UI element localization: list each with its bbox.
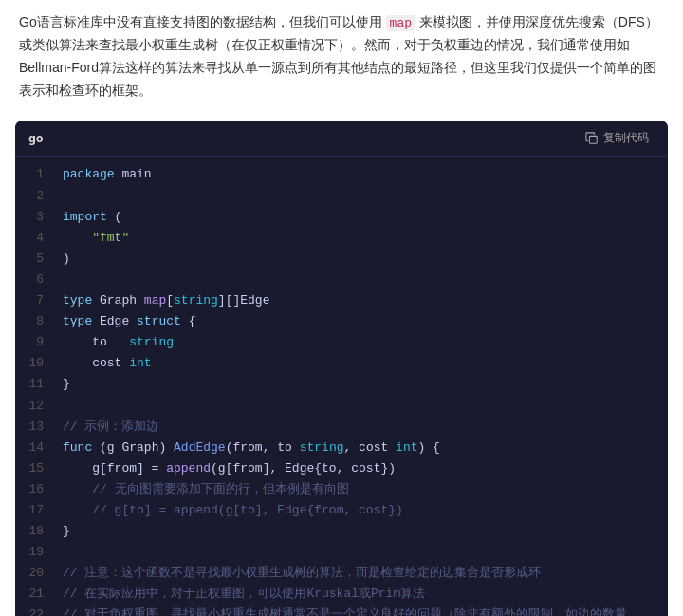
line-number: 10 <box>15 353 55 374</box>
copy-icon <box>585 132 599 145</box>
line-number: 17 <box>15 500 55 521</box>
line-number: 6 <box>15 270 55 290</box>
line-content: g[from] = append(g[from], Edge{to, cost}… <box>55 458 668 479</box>
table-row: 11} <box>15 374 668 395</box>
line-content: package main <box>55 164 668 185</box>
line-number: 20 <box>15 563 55 584</box>
line-content: // 示例：添加边 <box>55 417 668 438</box>
code-lines: 1package main2 3import (4 "fmt"5)6 7type… <box>15 164 668 616</box>
line-content: // 无向图需要添加下面的行，但本例是有向图 <box>55 479 668 500</box>
line-number: 8 <box>15 311 55 332</box>
code-header: go 复制代码 <box>15 121 668 157</box>
line-number: 16 <box>15 479 55 500</box>
table-row: 9 to string <box>15 332 668 353</box>
inline-code-map: map <box>386 15 415 31</box>
table-row: 13// 示例：添加边 <box>15 417 668 438</box>
line-content: import ( <box>55 207 668 228</box>
table-row: 16 // 无向图需要添加下面的行，但本例是有向图 <box>15 479 668 500</box>
line-number: 2 <box>15 186 55 207</box>
line-content <box>55 396 668 417</box>
line-number: 4 <box>15 228 55 249</box>
line-content: // g[to] = append(g[to], Edge{from, cost… <box>55 500 668 521</box>
line-number: 19 <box>15 542 55 563</box>
table-row: 21// 在实际应用中，对于正权重图，可以使用Kruskal或Prim算法 <box>15 584 668 605</box>
table-row: 19 <box>15 542 668 563</box>
line-number: 9 <box>15 332 55 353</box>
line-content: } <box>55 521 668 542</box>
code-language: go <box>28 131 44 145</box>
table-row: 15 g[from] = append(g[from], Edge{to, co… <box>15 458 668 479</box>
code-block: go 复制代码 1package main2 3import (4 "fmt"5… <box>15 121 668 616</box>
table-row: 22// 对于负权重图，寻找最小权重生成树通常不是一个定义良好的问题（除非有额外… <box>15 605 668 616</box>
code-body: 1package main2 3import (4 "fmt"5)6 7type… <box>15 157 668 616</box>
line-number: 21 <box>15 584 55 605</box>
line-number: 15 <box>15 458 55 479</box>
prose-text: Go语言标准库中没有直接支持图的数据结构，但我们可以使用 map 来模拟图，并使… <box>0 0 683 111</box>
line-content: // 在实际应用中，对于正权重图，可以使用Kruskal或Prim算法 <box>55 584 668 605</box>
table-row: 1package main <box>15 164 668 185</box>
table-row: 12 <box>15 396 668 417</box>
table-row: 2 <box>15 186 668 207</box>
line-number: 3 <box>15 207 55 228</box>
line-content: type Edge struct { <box>55 311 668 332</box>
line-content: } <box>55 374 668 395</box>
line-content: func (g Graph) AddEdge(from, to string, … <box>55 438 668 458</box>
line-number: 18 <box>15 521 55 542</box>
table-row: 20// 注意：这个函数不是寻找最小权重生成树的算法，而是检查给定的边集合是否形… <box>15 563 668 584</box>
table-row: 4 "fmt" <box>15 228 668 249</box>
table-row: 17 // g[to] = append(g[to], Edge{from, c… <box>15 500 668 521</box>
table-row: 6 <box>15 270 668 290</box>
table-row: 18} <box>15 521 668 542</box>
line-content: type Graph map[string][]Edge <box>55 290 668 311</box>
line-number: 12 <box>15 396 55 417</box>
line-content: to string <box>55 332 668 353</box>
line-number: 13 <box>15 417 55 438</box>
copy-label: 复制代码 <box>603 130 649 146</box>
line-number: 14 <box>15 438 55 458</box>
line-number: 5 <box>15 249 55 270</box>
table-row: 10 cost int <box>15 353 668 374</box>
svg-rect-0 <box>589 136 597 143</box>
line-content: ) <box>55 249 668 270</box>
line-content <box>55 542 668 563</box>
table-row: 14func (g Graph) AddEdge(from, to string… <box>15 438 668 458</box>
table-row: 8type Edge struct { <box>15 311 668 332</box>
line-number: 7 <box>15 290 55 311</box>
copy-button[interactable]: 复制代码 <box>580 128 655 148</box>
line-content <box>55 270 668 290</box>
table-row: 7type Graph map[string][]Edge <box>15 290 668 311</box>
line-content: // 对于负权重图，寻找最小权重生成树通常不是一个定义良好的问题（除非有额外的限… <box>55 605 668 616</box>
line-number: 1 <box>15 164 55 185</box>
table-row: 5) <box>15 249 668 270</box>
table-row: 3import ( <box>15 207 668 228</box>
line-number: 22 <box>15 605 55 616</box>
line-content <box>55 186 668 207</box>
line-number: 11 <box>15 374 55 395</box>
line-content: cost int <box>55 353 668 374</box>
line-content: "fmt" <box>55 228 668 249</box>
line-content: // 注意：这个函数不是寻找最小权重生成树的算法，而是检查给定的边集合是否形成环 <box>55 563 668 584</box>
